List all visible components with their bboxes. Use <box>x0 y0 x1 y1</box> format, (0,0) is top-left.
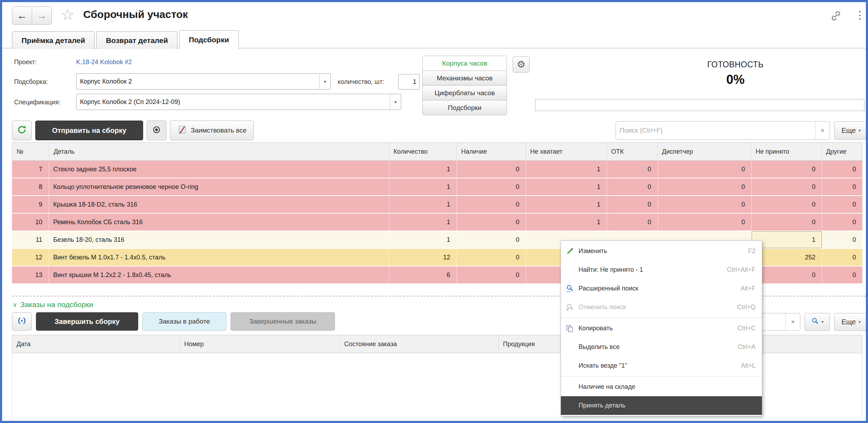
row-number-cell[interactable]: 9 <box>12 196 49 213</box>
menu-item-5[interactable]: КопироватьCtrl+C <box>561 319 762 338</box>
value-cell[interactable]: 1 <box>389 178 457 195</box>
value-cell[interactable]: 0 <box>457 266 526 283</box>
value-cell[interactable]: 0 <box>457 178 526 195</box>
more-button-bottom[interactable]: Еще ▾ <box>834 313 868 331</box>
menu-item-0[interactable]: ИзменитьF2 <box>561 242 762 260</box>
value-cell[interactable]: 0 <box>607 161 658 178</box>
menu-item-9[interactable]: Наличие на складе <box>561 378 762 396</box>
value-cell[interactable]: 0 <box>822 231 862 248</box>
readiness-comment-input[interactable] <box>535 99 864 111</box>
copy-link-icon[interactable] <box>830 10 842 24</box>
orders-table-header-cell[interactable]: Состояние заказа <box>340 335 499 353</box>
part-name-cell[interactable]: Крышка 18-18-D2, сталь 316 <box>49 196 389 213</box>
value-cell[interactable]: 1 <box>526 214 607 231</box>
kebab-menu-icon[interactable]: ⋮ <box>855 10 865 20</box>
value-cell[interactable]: 1 <box>526 196 607 213</box>
value-cell[interactable]: 0 <box>658 196 752 213</box>
value-cell[interactable]: 0 <box>658 214 752 231</box>
table-row[interactable]: 10Ремень Колобок СБ сталь 3161010000 <box>12 214 862 231</box>
part-name-cell[interactable]: Винт безель M 1.0x1.7 - 1.4x0.5, сталь <box>49 249 389 266</box>
main-table-header-cell[interactable]: Наличие <box>457 143 526 160</box>
value-cell[interactable]: 0 <box>607 196 658 213</box>
value-cell[interactable]: 0 <box>752 266 822 283</box>
send-to-assembly-button[interactable]: Отправить на сборку <box>35 121 143 140</box>
value-cell[interactable]: 0 <box>822 178 862 195</box>
main-table-header-cell[interactable]: Деталь <box>49 143 389 160</box>
table-row[interactable]: 8Кольцо уплотнительное резиновое черное … <box>12 178 862 196</box>
row-number-cell[interactable]: 8 <box>12 178 49 195</box>
category-button-1[interactable]: Механизмы часов <box>422 70 507 86</box>
row-number-cell[interactable]: 11 <box>12 231 49 248</box>
signal-button[interactable] <box>12 312 32 331</box>
menu-item-2[interactable]: Расширенный поискAlt+F <box>561 279 762 298</box>
refresh-button[interactable] <box>12 121 32 140</box>
value-cell[interactable]: 1 <box>752 231 822 248</box>
menu-item-7[interactable]: Искать везде "1"Alt+L <box>561 356 762 375</box>
value-cell[interactable]: 252 <box>752 249 822 266</box>
value-cell[interactable]: 0 <box>752 161 822 178</box>
value-cell[interactable]: 0 <box>457 214 526 231</box>
value-cell[interactable]: 0 <box>457 231 526 248</box>
value-cell[interactable]: 0 <box>752 178 822 195</box>
borrow-all-button[interactable]: Заимствовать все <box>170 121 254 140</box>
value-cell[interactable]: 0 <box>822 161 862 178</box>
value-cell[interactable]: 1 <box>389 214 457 231</box>
value-cell[interactable]: 0 <box>752 196 822 213</box>
orders-find-button[interactable]: ▾ <box>805 313 830 331</box>
table-row[interactable]: 7Стекло заднее 25,5 плоское1010000 <box>12 161 862 178</box>
value-cell[interactable]: 1 <box>389 161 457 178</box>
value-cell[interactable]: 0 <box>822 249 862 266</box>
main-table-header-cell[interactable]: Диспетчер <box>658 143 751 160</box>
tab-0[interactable]: Приёмка деталей <box>12 31 94 49</box>
value-cell[interactable]: 1 <box>389 231 457 248</box>
category-button-2[interactable]: Циферблаты часов <box>422 85 507 100</box>
menu-item-10[interactable]: Принять деталь <box>561 396 762 415</box>
finished-orders-button[interactable]: Завершенные заказы <box>231 312 335 331</box>
value-cell[interactable]: 0 <box>457 196 526 213</box>
main-table-header-cell[interactable]: Другие <box>822 143 862 160</box>
orders-table-header-cell[interactable]: Дата <box>12 335 180 353</box>
favorite-star-icon[interactable]: ☆ <box>61 7 74 23</box>
back-button[interactable]: ← <box>12 6 32 25</box>
value-cell[interactable]: 0 <box>822 266 862 283</box>
chevron-down-icon[interactable]: ▾ <box>319 74 330 89</box>
orders-table-header-cell[interactable]: Номер <box>180 335 340 353</box>
project-link[interactable]: K.18-24 Kolobok #2 <box>76 59 132 66</box>
main-table-header-cell[interactable]: Количество <box>389 143 457 160</box>
row-number-cell[interactable]: 10 <box>12 214 49 231</box>
tab-1[interactable]: Возврат деталей <box>96 31 177 49</box>
part-name-cell[interactable]: Безель 18-20, сталь 316 <box>49 231 389 248</box>
clear-search-icon[interactable]: × <box>815 122 830 139</box>
value-cell[interactable]: 0 <box>822 196 862 213</box>
row-number-cell[interactable]: 13 <box>12 266 49 283</box>
chevron-down-icon[interactable]: ▾ <box>390 94 401 110</box>
menu-item-6[interactable]: Выделить всеCtrl+A <box>561 338 762 356</box>
orders-section-toggle[interactable]: ∨ Заказы на подсборки <box>13 300 93 309</box>
menu-item-1[interactable]: Найти: Не принято - 1Ctrl+Alt+F <box>561 260 762 279</box>
row-number-cell[interactable]: 7 <box>12 161 49 178</box>
part-name-cell[interactable]: Винт крышки M 1.2x2.2 - 1.8x0.45, сталь <box>49 266 389 283</box>
main-search-input[interactable] <box>616 122 815 139</box>
more-button-top[interactable]: Еще ▾ <box>834 121 868 140</box>
clear-search-icon[interactable]: × <box>786 313 800 330</box>
settings-button[interactable]: ⚙ <box>513 56 530 73</box>
part-name-cell[interactable]: Кольцо уплотнительное резиновое черное O… <box>49 178 389 195</box>
value-cell[interactable]: 0 <box>607 178 658 195</box>
category-button-0[interactable]: Корпуса часов <box>422 56 507 71</box>
table-row[interactable]: 9Крышка 18-18-D2, сталь 3161010000 <box>12 196 862 214</box>
eye-button[interactable] <box>147 121 166 140</box>
value-cell[interactable]: 0 <box>658 178 752 195</box>
value-cell[interactable]: 0 <box>457 161 526 178</box>
row-number-cell[interactable]: 12 <box>12 249 49 266</box>
orders-in-work-button[interactable]: Заказы в работе <box>142 312 226 331</box>
finish-assembly-button[interactable]: Завершить сборку <box>36 312 138 331</box>
forward-button[interactable]: → <box>32 6 52 25</box>
main-table-header-cell[interactable]: № <box>12 143 49 160</box>
value-cell[interactable]: 1 <box>526 178 607 195</box>
main-table-header-cell[interactable]: Не хватает <box>526 143 607 160</box>
quantity-input[interactable] <box>398 74 420 90</box>
part-name-cell[interactable]: Стекло заднее 25,5 плоское <box>49 161 389 178</box>
value-cell[interactable]: 0 <box>752 214 822 231</box>
value-cell[interactable]: 0 <box>457 249 526 266</box>
value-cell[interactable]: 0 <box>658 161 752 178</box>
